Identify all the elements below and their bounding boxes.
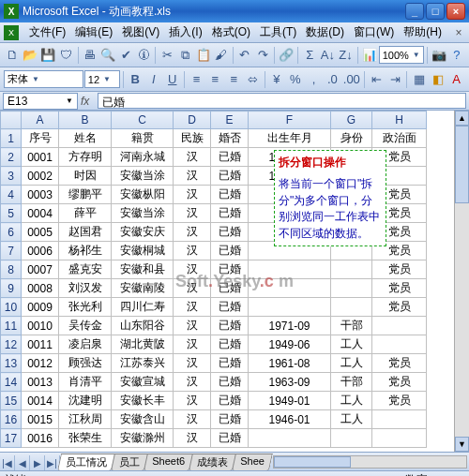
currency-icon[interactable]: ¥: [267, 70, 285, 89]
row-header-5[interactable]: 5: [1, 204, 22, 223]
cell[interactable]: 汉: [174, 279, 211, 298]
cell[interactable]: 薛平: [59, 204, 112, 223]
cell[interactable]: 已婚: [211, 335, 249, 354]
row-header-17[interactable]: 17: [1, 429, 22, 448]
sheet-tab[interactable]: 员工情况: [57, 454, 115, 470]
align-left-icon[interactable]: ≡: [188, 70, 205, 89]
paste-icon[interactable]: 📋: [195, 46, 212, 65]
horizontal-scrollbar[interactable]: [273, 455, 467, 469]
cell[interactable]: 汉: [174, 392, 211, 410]
menu-file[interactable]: 文件(F): [25, 22, 69, 42]
font-color-icon[interactable]: A: [447, 70, 465, 89]
sort-asc-icon[interactable]: A↓: [319, 46, 336, 65]
permission-icon[interactable]: 🛡: [58, 46, 75, 65]
cell[interactable]: 杨祁生: [59, 242, 112, 260]
row-header-10[interactable]: 10: [1, 298, 22, 317]
cell[interactable]: 江苏泰兴: [112, 354, 174, 373]
cell[interactable]: 1949-01: [249, 392, 331, 410]
cell[interactable]: 已婚: [211, 279, 249, 298]
tab-prev-icon[interactable]: ◀: [15, 455, 30, 470]
dec-decimal-icon[interactable]: .00: [342, 70, 361, 89]
spell-icon[interactable]: ✔: [117, 46, 134, 65]
cell[interactable]: 工人: [331, 392, 372, 410]
cell[interactable]: 安徽当涂: [112, 167, 174, 186]
merge-icon[interactable]: ⬄: [244, 70, 262, 89]
cell[interactable]: 汉: [174, 242, 211, 260]
row-header-7[interactable]: 7: [1, 242, 22, 260]
col-header-C[interactable]: C: [112, 112, 174, 129]
cell[interactable]: 缪鹏平: [59, 186, 112, 204]
menu-data[interactable]: 数据(D): [302, 22, 348, 42]
cell[interactable]: 已婚: [211, 429, 249, 448]
header-cell[interactable]: 身份: [331, 129, 372, 148]
scroll-thumb[interactable]: [455, 126, 469, 203]
cell[interactable]: 已婚: [211, 204, 249, 223]
inc-decimal-icon[interactable]: .0: [324, 70, 341, 89]
header-cell[interactable]: 民族: [174, 129, 211, 148]
cell[interactable]: 0001: [22, 148, 59, 167]
cell[interactable]: 干部: [331, 317, 372, 335]
zoom-combo[interactable]: 100%▼: [379, 46, 424, 64]
chart-icon[interactable]: 📊: [361, 46, 378, 65]
underline-icon[interactable]: U: [163, 70, 181, 89]
cell[interactable]: [249, 279, 331, 298]
cell[interactable]: 安徽桐城: [112, 242, 174, 260]
doc-close-button[interactable]: ×: [452, 26, 465, 39]
cell[interactable]: 0007: [22, 260, 59, 279]
camera-icon[interactable]: 📷: [431, 46, 447, 65]
cell[interactable]: 凌启泉: [59, 335, 112, 354]
name-box[interactable]: E13▼: [3, 93, 78, 110]
cell[interactable]: 党员: [372, 392, 427, 410]
cell[interactable]: [372, 335, 427, 354]
header-cell[interactable]: 序号: [22, 129, 59, 148]
scroll-up-icon[interactable]: ▲: [455, 111, 469, 126]
close-button[interactable]: ×: [446, 3, 465, 20]
cell[interactable]: 已婚: [211, 167, 249, 186]
cell[interactable]: 已婚: [211, 260, 249, 279]
bold-icon[interactable]: B: [127, 70, 144, 89]
menu-insert[interactable]: 插入(I): [165, 22, 205, 42]
cell[interactable]: 1971-09: [249, 317, 331, 335]
cell[interactable]: 0008: [22, 279, 59, 298]
cell[interactable]: 安徽长丰: [112, 392, 174, 410]
row-header-4[interactable]: 4: [1, 186, 22, 204]
cell[interactable]: 汉: [174, 429, 211, 448]
col-header-H[interactable]: H: [372, 112, 427, 129]
header-cell[interactable]: 姓名: [59, 129, 112, 148]
indent-dec-icon[interactable]: ⇤: [368, 70, 386, 89]
row-header-14[interactable]: 14: [1, 373, 22, 392]
col-header-F[interactable]: F: [249, 112, 331, 129]
col-header-A[interactable]: A: [22, 112, 59, 129]
format-painter-icon[interactable]: 🖌: [213, 46, 230, 65]
new-icon[interactable]: 🗋: [4, 46, 21, 65]
cut-icon[interactable]: ✂: [159, 46, 175, 65]
row-header-9[interactable]: 9: [1, 279, 22, 298]
tab-next-icon[interactable]: ▶: [30, 455, 45, 470]
cell[interactable]: 0016: [22, 429, 59, 448]
cell[interactable]: 顾强达: [59, 354, 112, 373]
cell[interactable]: 山东阳谷: [112, 317, 174, 335]
cell[interactable]: 0002: [22, 167, 59, 186]
cell[interactable]: 汉: [174, 148, 211, 167]
col-header-G[interactable]: G: [331, 112, 372, 129]
cell[interactable]: 汉: [174, 354, 211, 373]
cell[interactable]: 已婚: [211, 392, 249, 410]
help-icon[interactable]: ?: [448, 46, 465, 65]
cell[interactable]: 党员: [372, 279, 427, 298]
sheet-tab[interactable]: 员工: [111, 454, 148, 470]
cell[interactable]: 安徽和县: [112, 260, 174, 279]
minimize-button[interactable]: _: [405, 3, 424, 20]
row-header-2[interactable]: 2: [1, 148, 22, 167]
borders-icon[interactable]: ▦: [410, 70, 428, 89]
link-icon[interactable]: 🔗: [278, 46, 295, 65]
cell[interactable]: 汉: [174, 260, 211, 279]
row-header-16[interactable]: 16: [1, 410, 22, 429]
cell[interactable]: 汉: [174, 317, 211, 335]
cell[interactable]: 盛克安: [59, 260, 112, 279]
cell[interactable]: 已婚: [211, 298, 249, 317]
cell[interactable]: 安徽滁州: [112, 429, 174, 448]
preview-icon[interactable]: 🔍: [99, 46, 116, 65]
cell[interactable]: 安徽南陵: [112, 279, 174, 298]
cell[interactable]: 0006: [22, 242, 59, 260]
row-header-1[interactable]: 1: [1, 129, 22, 148]
